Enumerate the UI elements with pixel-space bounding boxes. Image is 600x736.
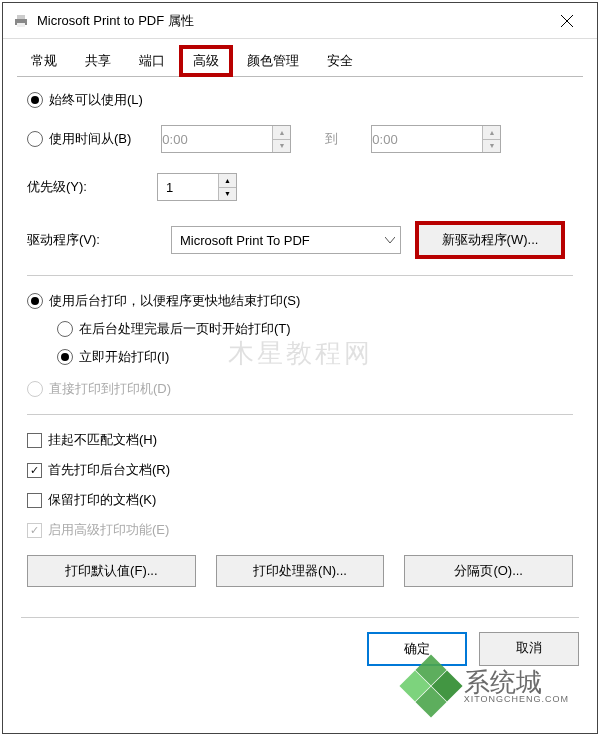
priority-value: 1 — [158, 180, 218, 195]
check-hold-mismatch[interactable]: 挂起不匹配文档(H) — [27, 431, 573, 449]
cancel-button[interactable]: 取消 — [479, 632, 579, 666]
radio-start-after-last[interactable]: 在后台处理完最后一页时开始打印(T) — [57, 320, 573, 338]
checkbox-icon — [27, 523, 42, 538]
to-label: 到 — [321, 130, 341, 148]
check-print-spooled-first[interactable]: 首先打印后台文档(R) — [27, 461, 573, 479]
time-to-input[interactable]: 0:00 ▲▼ — [371, 125, 501, 153]
spin-down[interactable]: ▼ — [273, 140, 290, 153]
priority-label: 优先级(Y): — [27, 178, 127, 196]
close-button[interactable] — [547, 3, 587, 39]
tab-security[interactable]: 安全 — [313, 45, 367, 77]
radio-icon — [27, 381, 43, 397]
separator — [27, 414, 573, 415]
checkbox-label: 挂起不匹配文档(H) — [48, 431, 157, 449]
radio-label: 使用后台打印，以便程序更快地结束打印(S) — [49, 292, 300, 310]
dialog-title: Microsoft Print to PDF 属性 — [37, 12, 547, 30]
printing-defaults-button[interactable]: 打印默认值(F)... — [27, 555, 196, 587]
checkbox-label: 首先打印后台文档(R) — [48, 461, 170, 479]
time-value: 0:00 — [372, 132, 397, 147]
checkbox-label: 启用高级打印功能(E) — [48, 521, 169, 539]
dropdown-value: Microsoft Print To PDF — [172, 233, 380, 248]
radio-icon — [27, 131, 43, 147]
checkbox-label: 保留打印的文档(K) — [48, 491, 156, 509]
tab-sharing[interactable]: 共享 — [71, 45, 125, 77]
print-processor-button[interactable]: 打印处理器(N)... — [216, 555, 385, 587]
checkbox-icon — [27, 493, 42, 508]
driver-dropdown[interactable]: Microsoft Print To PDF — [171, 226, 401, 254]
radio-label: 始终可以使用(L) — [49, 91, 143, 109]
watermark-url: XITONGCHENG.COM — [464, 695, 569, 704]
driver-label: 驱动程序(V): — [27, 231, 127, 249]
tab-advanced[interactable]: 高级 — [179, 45, 233, 77]
radio-available-from[interactable]: 使用时间从(B) — [27, 130, 131, 148]
svg-rect-2 — [17, 23, 25, 27]
radio-label: 在后台处理完最后一页时开始打印(T) — [79, 320, 291, 338]
footer-separator — [21, 617, 579, 618]
priority-input[interactable]: 1 ▲▼ — [157, 173, 237, 201]
checkbox-icon — [27, 433, 42, 448]
tab-content: 始终可以使用(L) 使用时间从(B) 0:00 ▲▼ 到 0:00 ▲▼ 优先 — [3, 77, 597, 617]
radio-icon — [57, 349, 73, 365]
radio-icon — [57, 321, 73, 337]
titlebar: Microsoft Print to PDF 属性 — [3, 3, 597, 39]
check-advanced-features: 启用高级打印功能(E) — [27, 521, 573, 539]
tab-strip: 常规 共享 端口 高级 颜色管理 安全 — [3, 39, 597, 77]
new-driver-button[interactable]: 新驱动程序(W)... — [415, 221, 565, 259]
radio-icon — [27, 293, 43, 309]
checkbox-icon — [27, 463, 42, 478]
spin-down[interactable]: ▼ — [219, 188, 236, 201]
radio-label: 使用时间从(B) — [49, 130, 131, 148]
separator-page-button[interactable]: 分隔页(O)... — [404, 555, 573, 587]
printer-icon — [13, 13, 29, 29]
time-from-input[interactable]: 0:00 ▲▼ — [161, 125, 291, 153]
check-keep-docs[interactable]: 保留打印的文档(K) — [27, 491, 573, 509]
svg-rect-1 — [17, 15, 25, 19]
time-value: 0:00 — [162, 132, 187, 147]
spin-up[interactable]: ▲ — [273, 126, 290, 140]
ok-button[interactable]: 确定 — [367, 632, 467, 666]
radio-print-direct: 直接打印到打印机(D) — [27, 380, 573, 398]
separator — [27, 275, 573, 276]
spin-down[interactable]: ▼ — [483, 140, 500, 153]
radio-label: 直接打印到打印机(D) — [49, 380, 171, 398]
radio-icon — [27, 92, 43, 108]
properties-dialog: Microsoft Print to PDF 属性 常规 共享 端口 高级 颜色… — [2, 2, 598, 734]
chevron-down-icon[interactable] — [380, 227, 400, 253]
spin-up[interactable]: ▲ — [219, 174, 236, 188]
tab-color[interactable]: 颜色管理 — [233, 45, 313, 77]
radio-label: 立即开始打印(I) — [79, 348, 169, 366]
radio-start-immediately[interactable]: 立即开始打印(I) — [57, 348, 573, 366]
tab-general[interactable]: 常规 — [17, 45, 71, 77]
spin-up[interactable]: ▲ — [483, 126, 500, 140]
radio-always-available[interactable]: 始终可以使用(L) — [27, 91, 573, 109]
dialog-footer: 确定 取消 — [3, 632, 597, 680]
tab-ports[interactable]: 端口 — [125, 45, 179, 77]
radio-spool[interactable]: 使用后台打印，以便程序更快地结束打印(S) — [27, 292, 573, 310]
